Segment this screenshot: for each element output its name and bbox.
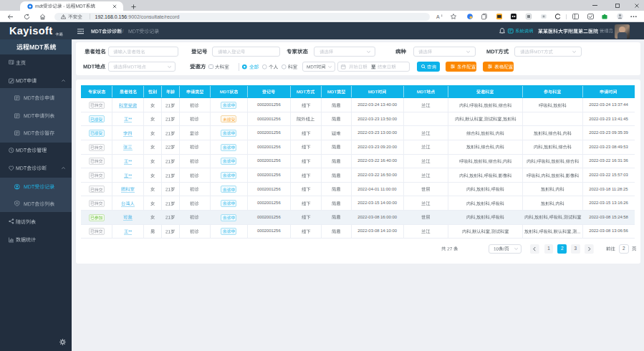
svg-text:A: A	[436, 14, 440, 19]
